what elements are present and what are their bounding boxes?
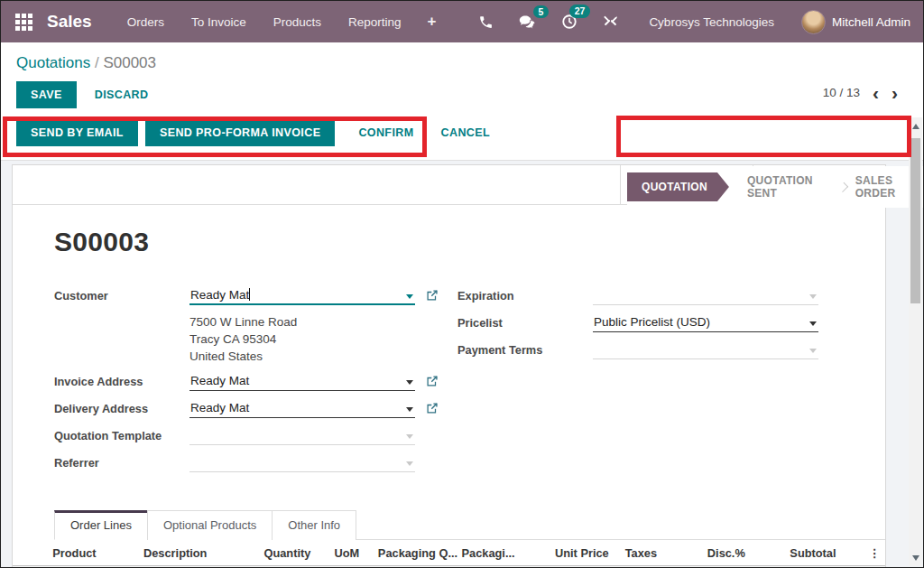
order-lines-table: Product Description Quantity UoM Packagi… [13, 540, 885, 568]
confirm-button[interactable]: CONFIRM [347, 119, 424, 146]
form-sheet: 1 Projects Customer Preview S00003 Cust [12, 164, 886, 568]
tab-order-lines[interactable]: Order Lines [54, 510, 148, 540]
tools-icon[interactable] [592, 11, 629, 33]
quotation-template-field[interactable] [189, 426, 415, 445]
activities-clock-icon[interactable]: 27 [550, 10, 588, 33]
text-cursor [249, 288, 250, 301]
statusbar: QUOTATION QUOTATION SENT SALES ORDER [627, 166, 923, 208]
payment-terms-label: Payment Terms [457, 340, 593, 357]
col-quantity[interactable]: Quantity [244, 540, 315, 566]
form-view-area: 1 Projects Customer Preview S00003 Cust [1, 161, 923, 568]
col-product[interactable]: Product [49, 540, 140, 566]
chevron-down-icon[interactable] [406, 434, 413, 439]
send-by-email-button[interactable]: SEND BY EMAIL [16, 119, 138, 146]
quotation-template-label: Quotation Template [54, 426, 189, 442]
nav-menu-to-invoice[interactable]: To Invoice [178, 15, 260, 29]
stage-quotation-sent[interactable]: QUOTATION SENT [742, 166, 829, 208]
customer-field[interactable]: Ready Mat [189, 286, 415, 305]
breadcrumb: Quotations / S00003 [1, 42, 923, 72]
messages-badge: 5 [533, 5, 550, 19]
odoo-sales-window: Sales Orders To Invoice Products Reporti… [0, 0, 924, 568]
activities-badge: 27 [569, 5, 591, 18]
discard-button[interactable]: DISCARD [84, 81, 160, 108]
chevron-down-icon[interactable] [406, 380, 413, 385]
customer-address: 7500 W Linne Road Tracy CA 95304 United … [189, 313, 457, 365]
vertical-scrollbar[interactable] [909, 117, 922, 566]
delivery-address-field[interactable]: Ready Mat [189, 399, 415, 418]
notebook-tabs: Order Lines Optional Products Other Info [54, 509, 885, 540]
user-avatar [801, 10, 826, 34]
referrer-field[interactable] [189, 453, 415, 472]
top-navbar: Sales Orders To Invoice Products Reporti… [1, 1, 923, 42]
invoice-address-label: Invoice Address [54, 372, 189, 388]
pager-next-icon[interactable]: › [892, 83, 898, 102]
chevron-down-icon[interactable] [406, 407, 413, 412]
cancel-button[interactable]: CANCEL [430, 119, 501, 146]
user-name: Mitchell Admin [832, 15, 910, 29]
chevron-down-icon[interactable] [406, 294, 413, 299]
col-unit-price[interactable]: Unit Price [529, 540, 613, 566]
chevron-down-icon[interactable] [809, 349, 817, 353]
tab-optional-products[interactable]: Optional Products [147, 510, 273, 540]
delivery-address-external-link-icon[interactable] [426, 402, 439, 418]
pager-count: 10 / 13 [823, 86, 860, 99]
customer-label: Customer [54, 286, 189, 303]
nav-menu-products[interactable]: Products [260, 15, 335, 29]
nav-menu-reporting[interactable]: Reporting [335, 15, 415, 29]
tab-other-info[interactable]: Other Info [272, 510, 356, 540]
pager-previous-icon[interactable]: ‹ [873, 83, 879, 102]
delivery-address-label: Delivery Address [54, 399, 189, 415]
payment-terms-field[interactable] [593, 340, 818, 359]
messages-icon[interactable]: 5 [508, 11, 547, 33]
col-discount[interactable]: Disc.% [672, 540, 749, 566]
col-trash [840, 540, 865, 566]
expiration-label: Expiration [457, 286, 593, 303]
chevron-down-icon[interactable] [809, 321, 817, 326]
save-button[interactable]: SAVE [16, 81, 77, 108]
pricelist-field[interactable]: Public Pricelist (USD) [593, 313, 818, 332]
col-uom[interactable]: UoM [314, 540, 374, 566]
company-name[interactable]: Cybrosys Technologies [649, 15, 774, 29]
control-panel: Quotations / S00003 SAVE DISCARD 10 / 13… [1, 42, 923, 161]
record-title: S00003 [54, 227, 885, 257]
col-handle [13, 540, 49, 566]
stage-separator-icon [837, 182, 847, 191]
nav-menu-orders[interactable]: Orders [114, 15, 178, 29]
col-packaging[interactable]: Packagi... [458, 540, 530, 566]
scroll-down-icon[interactable] [909, 551, 922, 564]
customer-external-link-icon[interactable] [426, 289, 439, 305]
user-menu[interactable]: Mitchell Admin [801, 10, 910, 34]
col-taxes[interactable]: Taxes [613, 540, 672, 566]
stage-quotation[interactable]: QUOTATION [627, 172, 729, 201]
voip-phone-icon[interactable] [467, 11, 504, 33]
breadcrumb-current: S00003 [103, 54, 156, 71]
col-description[interactable]: Description [140, 540, 244, 566]
scrollbar-thumb[interactable] [910, 138, 920, 303]
optional-columns-icon[interactable]: ⋮ [865, 540, 885, 566]
scroll-up-icon[interactable] [909, 119, 922, 133]
invoice-address-external-link-icon[interactable] [426, 375, 439, 391]
app-name[interactable]: Sales [47, 12, 92, 32]
pricelist-label: Pricelist [457, 313, 593, 330]
nav-plus-menu[interactable]: + [415, 13, 449, 31]
chevron-down-icon[interactable] [406, 461, 413, 466]
breadcrumb-separator: / [90, 54, 103, 71]
apps-grid-icon[interactable] [15, 14, 32, 31]
referrer-label: Referrer [54, 453, 189, 470]
col-subtotal[interactable]: Subtotal [749, 540, 840, 566]
send-proforma-invoice-button[interactable]: SEND PRO-FORMA INVOICE [145, 119, 335, 146]
chevron-down-icon[interactable] [809, 294, 817, 299]
invoice-address-field[interactable]: Ready Mat [189, 372, 415, 391]
breadcrumb-quotations[interactable]: Quotations [16, 54, 90, 71]
expiration-field[interactable] [593, 286, 818, 305]
col-packaging-qty[interactable]: Packaging Q... [374, 540, 458, 566]
